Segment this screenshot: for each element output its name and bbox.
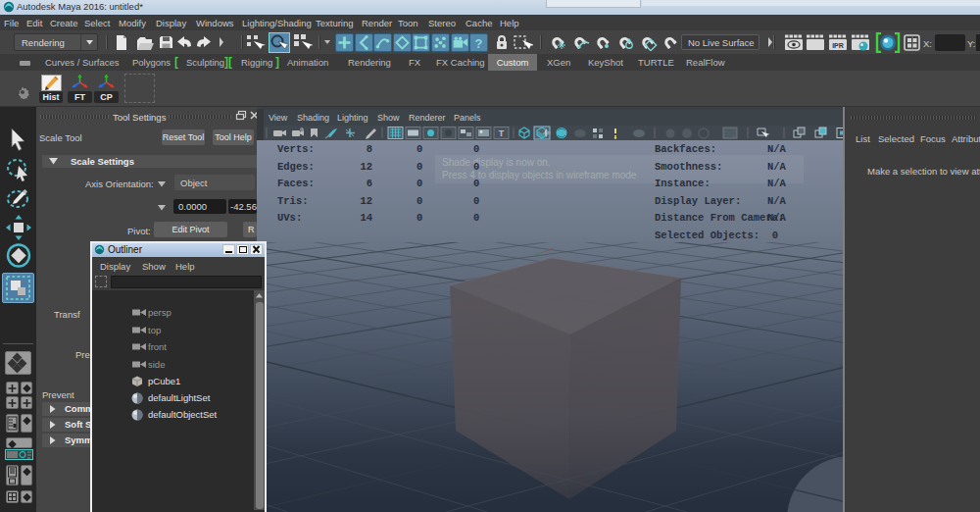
svg-text:IPR: IPR: [832, 42, 844, 49]
svg-text:T: T: [499, 128, 505, 138]
svg-text:?: ?: [475, 36, 483, 51]
